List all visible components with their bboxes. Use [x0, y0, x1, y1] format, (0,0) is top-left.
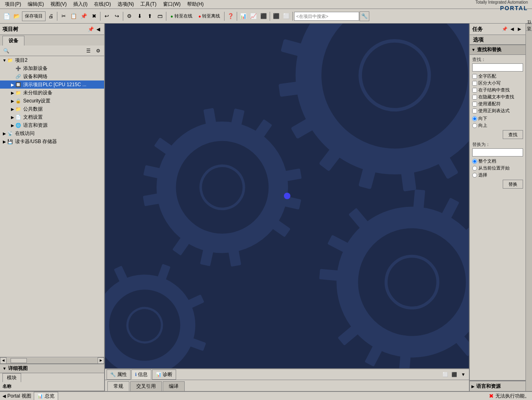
tree-search-btn[interactable]: 🔍 [2, 47, 11, 55]
scroll-thumb[interactable] [11, 358, 27, 363]
tasks-panel-btn2[interactable]: ▶ [516, 26, 523, 33]
tasks-panel-btn1[interactable]: ◀ [508, 26, 516, 33]
lang-resources-expand[interactable]: ▶ [471, 384, 475, 389]
tree-item-security[interactable]: ▶ 🔒 Security设置 [0, 97, 104, 105]
info-btn[interactable]: ℹ 信息 [131, 370, 151, 379]
regex-checkbox[interactable] [472, 109, 477, 113]
help-btn[interactable]: ❓ [226, 11, 235, 21]
delete-btn[interactable]: ✖ [89, 11, 99, 21]
archive-btn[interactable]: 🗃 [155, 11, 165, 21]
substructure-checkbox[interactable] [472, 88, 477, 93]
search-extra-btn[interactable]: 🔧 [360, 11, 369, 21]
pin-panel-btn[interactable]: 📌 [87, 26, 94, 33]
find-input[interactable] [472, 63, 523, 72]
tree-item-online[interactable]: ▶ 📡 在线访问 [0, 129, 104, 137]
scope-selection-radio[interactable] [472, 173, 477, 178]
tree-item-plc[interactable]: ▶ 🔲 演示项目PLC [CPU 1215C ... [0, 80, 104, 89]
go-online-btn[interactable]: ●转至在线 [168, 11, 195, 21]
vtab-2[interactable]: 选 [525, 30, 532, 37]
redo-btn[interactable]: ↪ [112, 11, 122, 21]
bottom-tab-general[interactable]: 常规 [107, 381, 129, 391]
save-project-btn[interactable]: 保存项目 [22, 11, 46, 21]
total-view-icon: 📊 [37, 393, 43, 399]
find-button[interactable]: 查找 [503, 130, 523, 139]
total-view-btn[interactable]: 📊 总览 [34, 392, 58, 400]
monitor-btn1[interactable]: 📊 [238, 11, 248, 21]
close-panel-btn[interactable]: ◀ [94, 26, 102, 33]
scope-from-current-radio[interactable] [472, 166, 477, 171]
diagnostics-btn[interactable]: 📊 诊断 [152, 370, 176, 380]
detail-view-title: 详细视图 [8, 365, 28, 372]
properties-btn[interactable]: 🔧 属性 [107, 370, 131, 380]
scope-whole-radio[interactable] [472, 159, 477, 164]
menu-item-options[interactable]: 选项(N) [114, 0, 137, 9]
tree-item-shared[interactable]: ▶ 📁 公共数据 [0, 105, 104, 113]
upload-btn[interactable]: ⬆ [145, 11, 155, 21]
hidden-text-checkbox[interactable] [472, 95, 477, 100]
tree-item-docs[interactable]: ▶ 📄 文档设置 [0, 113, 104, 121]
menu-item-insert[interactable]: 插入(I) [70, 0, 91, 9]
panel-resize-btn3[interactable]: ▼ [459, 370, 467, 378]
portal-view-btn[interactable]: ◀ Portal 视图 [2, 393, 31, 400]
replace-input[interactable] [472, 148, 523, 157]
tasks-pin-btn[interactable]: 📌 [501, 26, 508, 33]
full-match-checkbox[interactable] [472, 74, 477, 79]
tree-item-lang[interactable]: ▶ 🌐 语言和资源 [0, 121, 104, 129]
panel-resize-btn1[interactable]: ⬜ [441, 370, 449, 378]
layout-btn1[interactable]: ⬛ [271, 11, 281, 21]
tree-item-online-label: 在线访问 [15, 130, 35, 137]
find-replace-header[interactable]: ▼ 查找和替换 [470, 45, 525, 55]
cut-btn[interactable]: ✂ [59, 11, 68, 21]
vtab-1[interactable]: 任 [525, 24, 532, 30]
stop-btn[interactable]: ⬛ [259, 11, 268, 21]
panel-resize-btn2[interactable]: ⬛ [450, 370, 458, 378]
detail-tab-module[interactable]: 模块 [2, 373, 21, 382]
tree-item-root[interactable]: ▼ 📁 项目2 [0, 56, 104, 64]
monitor-btn2[interactable]: 📈 [249, 11, 258, 21]
scroll-left-btn[interactable]: ◀ [0, 357, 7, 364]
menu-item-project[interactable]: 项目(P) [2, 0, 24, 9]
new-project-btn[interactable]: 📄 [2, 11, 11, 21]
open-project-btn[interactable]: 📂 [12, 11, 22, 21]
tree-item-reader[interactable]: ▶ 💾 读卡器/USB 存储器 [0, 137, 104, 146]
search-input[interactable] [294, 12, 359, 21]
svg-rect-37 [319, 269, 342, 281]
tree-item-add-device[interactable]: ➕ 添加新设备 [0, 64, 104, 72]
replace-button[interactable]: 替换 [503, 180, 523, 189]
direction-down-radio[interactable] [472, 116, 477, 121]
tab-devices[interactable]: 设备 [2, 36, 24, 46]
bottom-tab-compile[interactable]: 编译 [163, 381, 185, 391]
options-section-header[interactable]: 选项 [470, 35, 525, 45]
direction-up-radio[interactable] [472, 123, 477, 128]
compile-btn[interactable]: ⚙ [124, 11, 134, 21]
tree-item-ungroup[interactable]: ▶ 📁 未分组的设备 [0, 89, 104, 97]
menu-item-view[interactable]: 视图(V) [47, 0, 70, 9]
online-icon: 📡 [7, 131, 14, 136]
paste-btn[interactable]: 📌 [79, 11, 89, 21]
svg-rect-48 [157, 264, 171, 282]
svg-rect-55 [114, 265, 129, 284]
diagnostics-icon: 📊 [156, 372, 161, 377]
cursor-indicator [284, 193, 290, 199]
undo-btn[interactable]: ↩ [102, 11, 111, 21]
download-btn[interactable]: ⬇ [135, 11, 144, 21]
bottom-tab-crossref[interactable]: 交叉引用 [130, 381, 162, 391]
tree-view-btn[interactable]: ☰ [84, 47, 93, 55]
tree-item-device-network[interactable]: 🔗 设备和网络 [0, 72, 104, 80]
tia-brand: Totally Integrated Automation PORTAL [475, 0, 528, 12]
detail-expand-btn[interactable]: ▼ [2, 366, 7, 371]
menu-item-window[interactable]: 窗口(W) [160, 0, 184, 9]
tree-item-lang-label: 语言和资源 [23, 122, 48, 129]
scroll-right-btn[interactable]: ▶ [98, 357, 104, 364]
layout-btn2[interactable]: ⬜ [281, 11, 291, 21]
menu-item-help[interactable]: 帮助(H) [184, 0, 207, 9]
menu-item-edit[interactable]: 编辑(E) [24, 0, 47, 9]
menu-item-tools[interactable]: 工具(T) [137, 0, 159, 9]
copy-btn[interactable]: 📋 [69, 11, 78, 21]
print-btn[interactable]: 🖨 [46, 11, 56, 21]
menu-item-online[interactable]: 在线(O) [91, 0, 114, 9]
go-offline-btn[interactable]: ●转至离线 [196, 11, 223, 21]
wildcard-checkbox[interactable] [472, 102, 477, 107]
tree-config-btn[interactable]: ⚙ [94, 47, 102, 55]
case-sensitive-checkbox[interactable] [472, 81, 477, 86]
